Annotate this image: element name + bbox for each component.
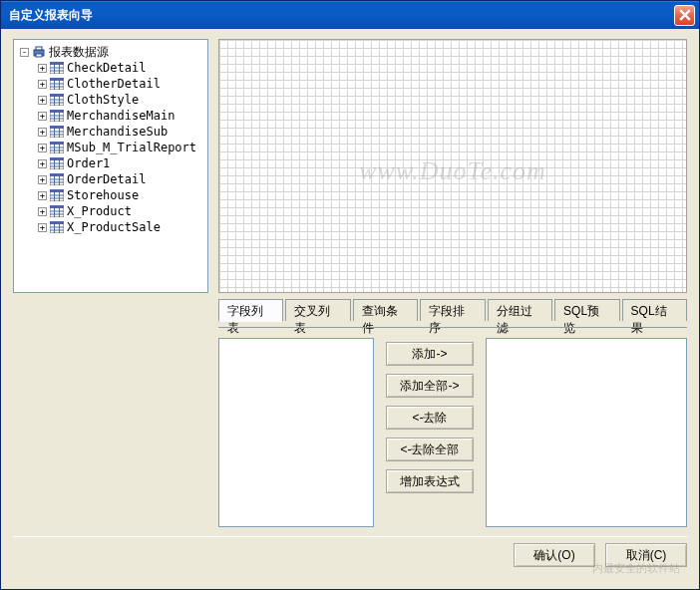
selected-fields-list[interactable] [486, 338, 687, 527]
top-row: - 报表数据源 +CheckDetail+ClotherDetail+Cloth… [13, 39, 687, 293]
tree-item[interactable]: +MerchandiseMain [16, 108, 205, 124]
svg-rect-64 [50, 221, 64, 224]
expand-icon[interactable]: + [38, 175, 47, 184]
tree-item[interactable]: +MSub_M_TrialReport [16, 140, 205, 155]
tab[interactable]: SQL结果 [622, 299, 687, 321]
ok-button[interactable]: 确认(O) [514, 543, 595, 567]
expand-icon[interactable]: + [38, 64, 47, 73]
add-button[interactable]: 添加-> [386, 342, 474, 366]
tree-item-label: Storehouse [67, 188, 139, 202]
tree-item-label: MerchandiseSub [67, 125, 168, 139]
dialog-buttons: 确认(O) 取消(C) [13, 536, 687, 567]
add-expression-button[interactable]: 增加表达式 [386, 469, 474, 493]
svg-rect-58 [50, 205, 64, 208]
tree-root-label: 报表数据源 [49, 44, 109, 61]
svg-rect-1 [36, 47, 42, 50]
svg-rect-16 [50, 94, 64, 97]
expand-icon[interactable]: + [38, 80, 47, 89]
expand-icon[interactable]: + [38, 191, 47, 200]
expand-icon[interactable]: + [38, 223, 47, 232]
tree-item-label: ClotherDetail [67, 77, 161, 91]
expand-icon[interactable]: + [38, 207, 47, 216]
tree-item-label: OrderDetail [67, 172, 146, 186]
actions-column: 添加-> 添加全部-> <-去除 <-去除全部 增加表达式 [386, 338, 474, 530]
close-icon [679, 9, 691, 21]
table-icon [50, 173, 64, 185]
tree-item[interactable]: +Order1 [16, 155, 205, 171]
table-icon [50, 221, 64, 233]
expand-icon[interactable]: + [38, 96, 47, 105]
content-area: - 报表数据源 +CheckDetail+ClotherDetail+Cloth… [1, 29, 699, 589]
design-grid[interactable]: www.DuoTe.com [218, 39, 687, 293]
tree-item-label: ClothStyle [67, 93, 139, 107]
field-picker-row: 添加-> 添加全部-> <-去除 <-去除全部 增加表达式 [218, 327, 687, 530]
tab[interactable]: 分组过滤 [488, 299, 552, 321]
tree-item[interactable]: +X_Product [16, 203, 205, 219]
svg-rect-28 [50, 126, 64, 129]
tab[interactable]: 字段列表 [218, 299, 283, 322]
table-icon [50, 157, 64, 169]
svg-rect-46 [50, 173, 64, 176]
tab[interactable]: 交叉列表 [285, 299, 350, 321]
table-icon [50, 126, 64, 138]
svg-rect-4 [50, 62, 64, 65]
dialog-window: 自定义报表向导 - 报表数据源 +CheckDetail+ClotherDeta… [0, 0, 700, 590]
svg-rect-10 [50, 78, 64, 81]
tree-item[interactable]: +OrderDetail [16, 171, 205, 187]
tree-item-label: Order1 [67, 156, 110, 170]
table-icon [50, 189, 64, 201]
svg-rect-34 [50, 142, 64, 145]
tab[interactable]: SQL预览 [554, 299, 619, 321]
tree-item-label: MerchandiseMain [67, 109, 175, 123]
tab-bar: 字段列表交叉列表查询条件字段排序分组过滤SQL预览SQL结果 [218, 299, 687, 321]
table-icon [50, 62, 64, 74]
cancel-button[interactable]: 取消(C) [605, 543, 687, 567]
add-all-button[interactable]: 添加全部-> [386, 374, 474, 398]
expand-icon[interactable]: + [38, 144, 47, 152]
expand-icon[interactable]: + [38, 112, 47, 121]
expand-icon[interactable]: + [38, 128, 47, 137]
tree-item-label: CheckDetail [67, 61, 146, 75]
remove-all-button[interactable]: <-去除全部 [386, 438, 474, 461]
available-fields-list[interactable] [218, 338, 374, 527]
table-icon [50, 110, 64, 122]
expand-icon[interactable]: + [38, 159, 47, 168]
svg-rect-22 [50, 110, 64, 113]
printer-icon [32, 45, 46, 59]
window-title: 自定义报表向导 [5, 7, 674, 24]
table-icon [50, 205, 64, 217]
titlebar: 自定义报表向导 [1, 1, 699, 29]
tree-item-label: MSub_M_TrialReport [67, 141, 196, 154]
tree-root[interactable]: - 报表数据源 [16, 44, 205, 60]
tab[interactable]: 字段排序 [420, 299, 485, 321]
tree-item[interactable]: +X_ProductSale [16, 219, 205, 235]
remove-button[interactable]: <-去除 [386, 406, 474, 430]
tree-item[interactable]: +Storehouse [16, 187, 205, 203]
tree-item[interactable]: +MerchandiseSub [16, 124, 205, 140]
tree-item-label: X_Product [67, 204, 132, 218]
tree-item-label: X_ProductSale [67, 220, 161, 234]
tree-item[interactable]: +ClotherDetail [16, 76, 205, 92]
watermark-text: www.DuoTe.com [359, 156, 546, 186]
close-button[interactable] [674, 5, 695, 26]
table-icon [50, 78, 64, 90]
svg-rect-40 [50, 157, 64, 160]
table-icon [50, 94, 64, 106]
table-icon [50, 142, 64, 153]
svg-rect-52 [50, 189, 64, 192]
tree-view[interactable]: - 报表数据源 +CheckDetail+ClotherDetail+Cloth… [13, 39, 208, 293]
tree-item[interactable]: +ClothStyle [16, 92, 205, 108]
tab[interactable]: 查询条件 [353, 299, 418, 321]
collapse-icon[interactable]: - [20, 48, 29, 57]
svg-rect-2 [36, 54, 42, 57]
tree-item[interactable]: +CheckDetail [16, 60, 205, 76]
